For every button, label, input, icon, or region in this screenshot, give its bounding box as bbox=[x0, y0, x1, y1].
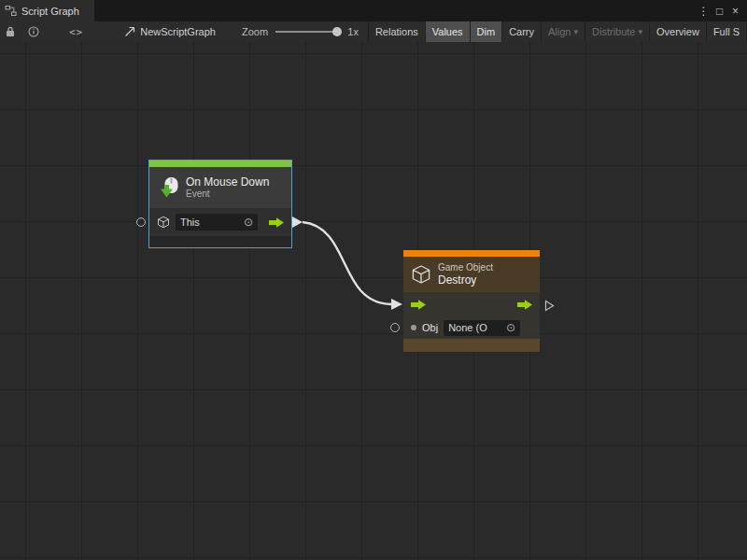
object-picker-icon[interactable]: ⊙ bbox=[244, 217, 253, 228]
align-button: Align▾ bbox=[541, 21, 585, 42]
destroy-obj-outer-port[interactable] bbox=[390, 323, 400, 332]
destroy-node-footer bbox=[403, 339, 540, 352]
obj-value: None (O bbox=[448, 322, 487, 333]
target-value: This bbox=[180, 217, 200, 228]
zoom-slider-handle[interactable] bbox=[332, 27, 342, 36]
graph-asset-icon bbox=[124, 21, 135, 42]
event-node-header: On Mouse Down Event bbox=[149, 167, 291, 208]
overview-button[interactable]: Overview bbox=[649, 21, 706, 42]
event-node-title: On Mouse Down bbox=[186, 175, 269, 189]
graph-canvas[interactable]: On Mouse Down Event This ⊙ bbox=[0, 42, 747, 560]
carry-button[interactable]: Carry bbox=[501, 21, 541, 42]
flow-output-port[interactable] bbox=[517, 300, 532, 310]
zoom-value: 1x bbox=[347, 26, 359, 37]
zoom-label: Zoom bbox=[242, 26, 268, 37]
graph-name-breadcrumb[interactable]: NewScriptGraph bbox=[140, 26, 216, 37]
destroy-node-header: Game Object Destroy bbox=[403, 257, 540, 292]
event-node-footer bbox=[149, 236, 291, 247]
destroy-node-title: Destroy bbox=[438, 273, 493, 287]
maximize-icon[interactable]: □ bbox=[712, 3, 726, 20]
destroy-node-category: Game Object bbox=[438, 262, 493, 273]
obj-value-field[interactable]: None (O ⊙ bbox=[444, 320, 520, 336]
zoom-slider-track[interactable] bbox=[275, 31, 336, 33]
event-node-subtitle: Event bbox=[186, 189, 269, 200]
node-on-mouse-down[interactable]: On Mouse Down Event This ⊙ bbox=[149, 161, 291, 247]
info-icon[interactable] bbox=[28, 21, 39, 42]
destroy-flow-outer-port[interactable] bbox=[544, 299, 555, 315]
obj-value-port[interactable] bbox=[411, 325, 416, 330]
obj-label: Obj bbox=[422, 322, 438, 333]
node-destroy[interactable]: Game Object Destroy Obj None (O ⊙ bbox=[403, 250, 540, 352]
values-button[interactable]: Values bbox=[425, 21, 470, 42]
event-node-color-bar bbox=[149, 161, 291, 167]
connection-wire[interactable] bbox=[303, 222, 391, 304]
chevron-down-icon: ▾ bbox=[574, 27, 579, 36]
lock-icon[interactable] bbox=[6, 21, 15, 42]
game-object-icon bbox=[411, 264, 431, 285]
connection-layer bbox=[0, 42, 747, 560]
zoom-slider[interactable] bbox=[275, 21, 342, 42]
script-graph-window: Script Graph ⋮ □ × <> NewScriptGraph Zoo… bbox=[0, 0, 747, 560]
titlebar: Script Graph ⋮ □ × bbox=[0, 0, 747, 21]
object-picker-icon[interactable]: ⊙ bbox=[506, 322, 515, 333]
script-graph-icon bbox=[5, 1, 17, 21]
game-object-icon bbox=[157, 212, 170, 232]
flow-input-port[interactable] bbox=[411, 300, 426, 310]
relations-button[interactable]: Relations bbox=[368, 21, 425, 42]
destroy-flow-row bbox=[403, 292, 540, 316]
connection-start-arrow bbox=[292, 217, 303, 228]
fullscreen-button[interactable]: Full S bbox=[706, 21, 747, 42]
destroy-node-color-bar bbox=[403, 250, 540, 257]
dim-button[interactable]: Dim bbox=[470, 21, 502, 42]
flow-output-port[interactable] bbox=[269, 217, 284, 228]
distribute-button: Distribute▾ bbox=[585, 21, 649, 42]
code-preview-icon[interactable]: <> bbox=[69, 21, 83, 42]
chevron-down-icon: ▾ bbox=[639, 27, 643, 36]
mouse-down-event-icon bbox=[157, 177, 179, 198]
event-self-port[interactable] bbox=[136, 217, 146, 227]
target-dropdown[interactable]: This ⊙ bbox=[176, 214, 258, 231]
toolbar-buttons: Relations Values Dim Carry Align▾ Distri… bbox=[368, 21, 747, 42]
close-icon[interactable]: × bbox=[728, 3, 742, 20]
tab-script-graph[interactable]: Script Graph bbox=[0, 0, 94, 21]
graph-toolbar: <> NewScriptGraph Zoom 1x Relations Valu… bbox=[0, 21, 747, 43]
event-target-row: This ⊙ bbox=[149, 208, 291, 236]
tab-label: Script Graph bbox=[21, 6, 79, 17]
window-controls: ⋮ □ × bbox=[697, 0, 747, 21]
connection-end-arrow bbox=[391, 299, 402, 310]
destroy-obj-row: Obj None (O ⊙ bbox=[403, 316, 540, 339]
window-menu-icon[interactable]: ⋮ bbox=[697, 3, 711, 20]
